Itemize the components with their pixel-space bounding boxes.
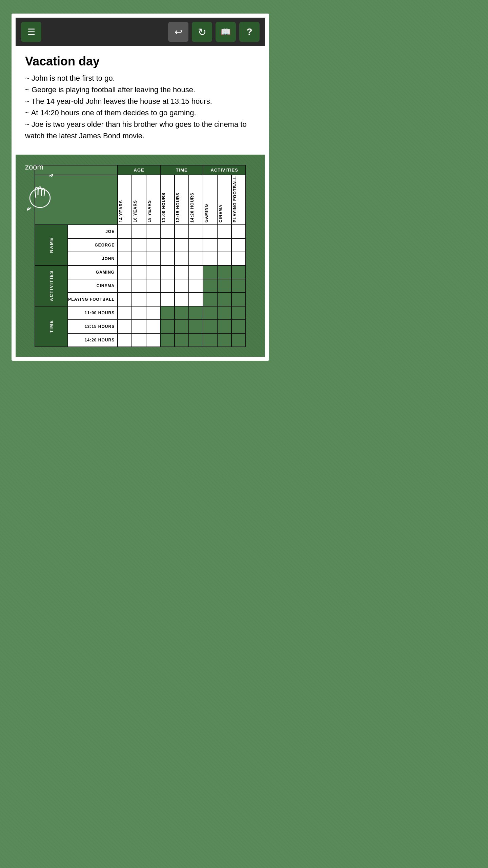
time-1100-label: 11:00 HOURS: [68, 306, 118, 320]
header-sub-row: 14 YEARS 16 YEARS 18 YEARS 11:00 HOURS 1…: [35, 175, 246, 225]
cell-george-18[interactable]: [146, 238, 160, 252]
cell-t1100-1100: [160, 306, 175, 320]
story-text: ~ John is not the first to go. ~ George …: [25, 73, 256, 142]
cell-t1100-16[interactable]: [132, 306, 146, 320]
help-button[interactable]: ?: [239, 22, 260, 42]
table-row: TIME 11:00 HOURS: [35, 306, 246, 320]
refresh-icon: ↻: [198, 26, 206, 38]
cell-john-1315[interactable]: [175, 252, 189, 265]
cell-joe-1100[interactable]: [160, 225, 175, 238]
cell-john-14[interactable]: [118, 252, 132, 265]
toolbar-right: ↩ ↻ 📖 ?: [168, 22, 260, 42]
book-icon: 📖: [221, 27, 231, 37]
gaming-label: GAMING: [68, 265, 118, 279]
cell-t1315-cinema: [217, 320, 231, 333]
cell-gaming-cinema: [217, 265, 231, 279]
cell-gaming-1315[interactable]: [175, 265, 189, 279]
story-area: Vacation day ~ John is not the first to …: [16, 46, 265, 155]
menu-button[interactable]: ☰: [21, 22, 41, 42]
cell-cinema-1315[interactable]: [175, 279, 189, 293]
table-row: ACTIVITIES GAMING: [35, 265, 246, 279]
cell-george-14[interactable]: [118, 238, 132, 252]
cell-cinema-14[interactable]: [118, 279, 132, 293]
cell-t1100-1315: [175, 306, 189, 320]
cell-john-18[interactable]: [146, 252, 160, 265]
act-col-cinema: CINEMA: [217, 175, 231, 225]
age-col-14: 14 YEARS: [118, 175, 132, 225]
puzzle-area: AGE TIME ACTIVITIES 14 YEARS 16 YEARS 1: [21, 165, 260, 347]
cell-football-16[interactable]: [132, 293, 146, 306]
cell-gaming-18[interactable]: [146, 265, 160, 279]
cell-joe-gaming[interactable]: [203, 225, 217, 238]
cell-john-1420[interactable]: [189, 252, 203, 265]
cell-cinema-football: [231, 279, 246, 293]
zoom-label: zoom: [25, 163, 56, 172]
cell-t1100-football: [231, 306, 246, 320]
cell-cinema-1100[interactable]: [160, 279, 175, 293]
cell-joe-cinema[interactable]: [217, 225, 231, 238]
book-button[interactable]: 📖: [216, 22, 236, 42]
cell-t1420-16[interactable]: [132, 333, 146, 347]
cell-george-1315[interactable]: [175, 238, 189, 252]
cell-cinema-1420[interactable]: [189, 279, 203, 293]
cell-john-1100[interactable]: [160, 252, 175, 265]
time-section-label: TIME: [35, 306, 68, 347]
act-col-gaming: GAMING: [203, 175, 217, 225]
cell-joe-1420[interactable]: [189, 225, 203, 238]
cell-george-gaming[interactable]: [203, 238, 217, 252]
cell-joe-18[interactable]: [146, 225, 160, 238]
cell-joe-1315[interactable]: [175, 225, 189, 238]
cell-cinema-18[interactable]: [146, 279, 160, 293]
pinch-zoom-icon: [25, 174, 56, 214]
cell-george-football[interactable]: [231, 238, 246, 252]
cell-t1100-18[interactable]: [146, 306, 160, 320]
table-row: NAME JOE: [35, 225, 246, 238]
cell-t1420-14[interactable]: [118, 333, 132, 347]
cell-george-16[interactable]: [132, 238, 146, 252]
cell-john-16[interactable]: [132, 252, 146, 265]
cell-joe-14[interactable]: [118, 225, 132, 238]
cell-john-cinema[interactable]: [217, 252, 231, 265]
cell-t1420-18[interactable]: [146, 333, 160, 347]
story-line-3: ~ The 14 year-old John leaves the house …: [25, 96, 256, 107]
grid-section: zoom: [16, 155, 265, 357]
story-line-4: ~ At 14:20 hours one of them decides to …: [25, 107, 256, 119]
cell-football-1100[interactable]: [160, 293, 175, 306]
john-label: JOHN: [68, 252, 118, 265]
cell-george-cinema[interactable]: [217, 238, 231, 252]
toolbar: ☰ ↩ ↻ 📖 ?: [16, 18, 265, 46]
cell-gaming-1100[interactable]: [160, 265, 175, 279]
cell-football-1315[interactable]: [175, 293, 189, 306]
cell-joe-football[interactable]: [231, 225, 246, 238]
cell-john-football[interactable]: [231, 252, 246, 265]
cell-football-18[interactable]: [146, 293, 160, 306]
cell-t1315-1100: [160, 320, 175, 333]
cell-t1315-14[interactable]: [118, 320, 132, 333]
cell-t1100-14[interactable]: [118, 306, 132, 320]
story-line-5: ~ Joe is two years older than his brothe…: [25, 119, 256, 142]
cell-t1315-18[interactable]: [146, 320, 160, 333]
cell-george-1420[interactable]: [189, 238, 203, 252]
cell-football-1420[interactable]: [189, 293, 203, 306]
cell-joe-16[interactable]: [132, 225, 146, 238]
cell-football-14[interactable]: [118, 293, 132, 306]
refresh-button[interactable]: ↻: [192, 22, 212, 42]
logic-grid: AGE TIME ACTIVITIES 14 YEARS 16 YEARS 1: [35, 165, 246, 347]
cell-george-1100[interactable]: [160, 238, 175, 252]
cell-t1315-16[interactable]: [132, 320, 146, 333]
back-button[interactable]: ↩: [168, 22, 188, 42]
cell-cinema-16[interactable]: [132, 279, 146, 293]
cell-cinema-cinema: [217, 279, 231, 293]
cell-t1420-cinema: [217, 333, 231, 347]
cell-gaming-1420[interactable]: [189, 265, 203, 279]
story-line-1: ~ John is not the first to go.: [25, 73, 256, 84]
act-col-football: PLAYING FOOTBALL: [231, 175, 246, 225]
cell-t1420-football: [231, 333, 246, 347]
cell-gaming-16[interactable]: [132, 265, 146, 279]
cell-football-gaming: [203, 293, 217, 306]
cell-gaming-14[interactable]: [118, 265, 132, 279]
cell-t1315-1420: [189, 320, 203, 333]
cell-john-gaming[interactable]: [203, 252, 217, 265]
cinema-label: CINEMA: [68, 279, 118, 293]
header-category-row: AGE TIME ACTIVITIES: [35, 165, 246, 175]
